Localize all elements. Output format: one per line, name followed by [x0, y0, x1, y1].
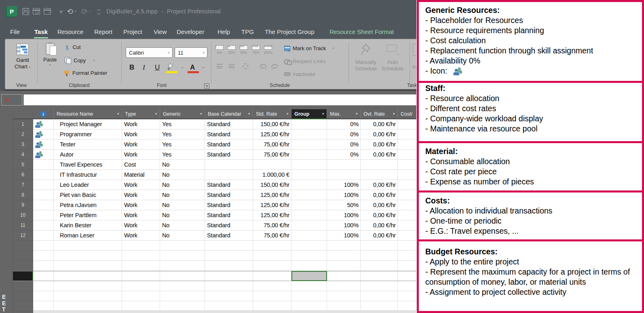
cell-group[interactable]	[291, 281, 327, 291]
row-number[interactable]	[13, 291, 33, 301]
cell-max[interactable]	[327, 271, 361, 281]
cell-generic[interactable]: Yes	[160, 129, 205, 140]
format-painter-button[interactable]: Format Painter	[64, 70, 107, 76]
ribbon-tab[interactable]: TPG	[241, 28, 254, 35]
cell-type[interactable]: Material	[122, 170, 160, 180]
cell-generic[interactable]: Yes	[160, 119, 205, 129]
cell-generic[interactable]: No	[160, 170, 205, 180]
row-number[interactable]	[13, 251, 33, 261]
paste-button[interactable]: Paste ˅	[43, 43, 57, 67]
cell-ovt[interactable]: 0,00 €/hr	[361, 119, 398, 129]
cell-cost[interactable]	[398, 140, 416, 150]
cell-generic[interactable]	[160, 271, 205, 281]
cell-max[interactable]: 100%	[327, 190, 361, 200]
cell-generic[interactable]: No	[160, 220, 205, 231]
cell-cal[interactable]	[205, 241, 253, 251]
row-number[interactable]: 4	[13, 150, 33, 160]
cell-cal[interactable]: Standard	[205, 231, 253, 241]
inactivate-button[interactable]: Inactivate	[284, 71, 315, 77]
percent-complete-button[interactable]: 25%	[226, 45, 237, 55]
ribbon-tab[interactable]: Task	[34, 28, 48, 35]
row-number[interactable]: 7	[13, 180, 33, 190]
cell-max[interactable]: 100%	[327, 231, 361, 241]
percent-complete-button[interactable]: 0%	[214, 45, 225, 55]
cell-generic[interactable]: No	[160, 160, 205, 170]
redo-button[interactable]: ⟳˅	[81, 0, 91, 23]
publish-icon[interactable]	[44, 0, 51, 23]
cell-max[interactable]	[327, 160, 361, 170]
cell-max[interactable]: 100%	[327, 210, 361, 220]
cell-rate[interactable]: 75,00 €/hr	[253, 231, 291, 241]
cell-max[interactable]: 100%	[327, 180, 361, 190]
cell-cal[interactable]: Standard	[205, 220, 253, 231]
cell-name[interactable]	[54, 291, 122, 301]
cell-type[interactable]	[122, 261, 160, 271]
bold-button[interactable]: B	[129, 63, 134, 72]
undo-button[interactable]: ⟲˅	[67, 0, 76, 23]
column-header-max[interactable]: Max.▼	[327, 109, 361, 119]
touch-mode-icon[interactable]: ➤	[59, 0, 63, 23]
ribbon-tab[interactable]: Resource Sheet Format	[329, 28, 394, 35]
row-number[interactable]: 11	[13, 220, 33, 231]
cell-rate[interactable]	[253, 291, 291, 301]
cell-cal[interactable]: Standard	[205, 210, 253, 220]
cell-rate[interactable]	[253, 281, 291, 291]
cell-group[interactable]	[291, 210, 327, 220]
cell-group[interactable]	[291, 180, 327, 190]
ribbon-tab[interactable]: Help	[217, 28, 230, 35]
cell-ovt[interactable]	[361, 160, 398, 170]
cell-name[interactable]: Piet van Basic	[54, 190, 122, 200]
cell-group[interactable]	[291, 170, 327, 180]
column-header-name[interactable]: Resource Name▼	[54, 109, 122, 119]
entry-bar-input[interactable]	[23, 94, 416, 106]
cell-rate[interactable]: 150,00 €/hr	[253, 119, 291, 129]
cell-type[interactable]: Work	[122, 210, 160, 220]
cell-max[interactable]	[327, 251, 361, 261]
cell-ovt[interactable]: 0,00 €/hr	[361, 220, 398, 231]
cell-generic[interactable]	[160, 291, 205, 301]
indicator-cell[interactable]	[33, 231, 54, 241]
cell-name[interactable]: Project Manager	[54, 119, 122, 129]
cell-type[interactable]: Work	[122, 119, 160, 129]
ribbon-tab[interactable]: Resource	[57, 28, 83, 35]
indicator-cell[interactable]	[33, 170, 54, 180]
gantt-chart-button[interactable]: Gantt Chart ˅	[15, 44, 31, 71]
cell-rate[interactable]: 125,00 €/hr	[253, 210, 291, 220]
indicator-cell[interactable]	[33, 210, 54, 220]
cell-group[interactable]	[291, 261, 327, 271]
cell-max[interactable]	[327, 281, 361, 291]
cell-ovt[interactable]: 0,00 €/hr	[361, 190, 398, 200]
bottom-scrollbar-strip[interactable]	[33, 310, 416, 313]
cell-ovt[interactable]	[361, 281, 398, 291]
cell-cal[interactable]: Standard	[205, 190, 253, 200]
cell-cal[interactable]	[205, 261, 253, 271]
cell-name[interactable]	[54, 271, 122, 281]
percent-complete-button[interactable]: 75%	[251, 45, 261, 55]
cell-generic[interactable]: Yes	[160, 140, 205, 150]
cell-ind[interactable]	[33, 281, 54, 291]
cell-group[interactable]	[291, 241, 327, 251]
row-number[interactable]: 3	[13, 140, 33, 150]
cell-cal[interactable]	[205, 281, 253, 291]
row-number[interactable]: 5	[13, 160, 33, 170]
cell-cost[interactable]	[398, 170, 416, 180]
cell-max[interactable]: 0%	[327, 119, 361, 129]
indicator-cell[interactable]	[33, 160, 54, 170]
row-number[interactable]: 1	[13, 119, 33, 129]
cell-ind[interactable]	[33, 241, 54, 251]
cell-max[interactable]: 50%	[327, 200, 361, 210]
respect-links-button[interactable]: Respect Links	[284, 58, 326, 64]
row-number[interactable]	[13, 271, 33, 281]
cell-group[interactable]	[291, 231, 327, 241]
manually-schedule-button[interactable]: Manually Schedule	[355, 43, 377, 72]
indicator-cell[interactable]	[33, 200, 54, 210]
font-name-combobox[interactable]: Calibri˅	[126, 47, 173, 58]
cell-cost[interactable]	[398, 271, 416, 281]
cell-type[interactable]	[122, 271, 160, 281]
cell-ovt[interactable]: 0,00 €/hr	[361, 210, 398, 220]
cell-rate[interactable]: 150,00 €/hr	[253, 180, 291, 190]
cell-rate[interactable]: 75,00 €/hr	[253, 150, 291, 160]
link-tasks-button[interactable]	[260, 64, 266, 68]
cell-cal[interactable]: Standard	[205, 140, 253, 150]
split-task-button[interactable]	[243, 63, 248, 69]
